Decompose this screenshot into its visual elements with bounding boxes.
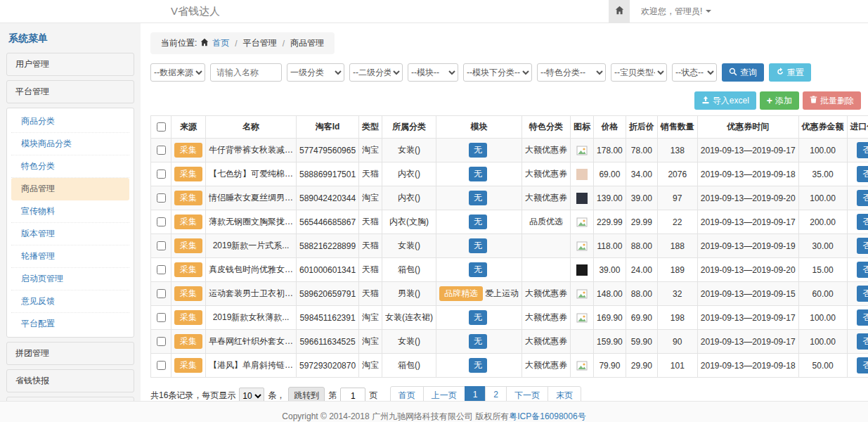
filter-data-source-select[interactable]: --数据来源-- <box>150 63 205 82</box>
row-checkbox[interactable] <box>157 146 166 155</box>
sidebar-submenu-item[interactable]: 商品分类 <box>11 110 129 133</box>
import-select-toggle[interactable]: 否 <box>857 214 868 230</box>
icp-link[interactable]: 粤ICP备16098006号 <box>509 411 585 421</box>
module-badge[interactable]: 无 <box>469 143 487 158</box>
row-checkbox[interactable] <box>157 193 166 203</box>
records-unit: 条， <box>268 390 285 401</box>
feature-category: 大额优惠券 <box>522 330 571 354</box>
import-select-toggle[interactable]: 否 <box>857 286 868 302</box>
row-checkbox[interactable] <box>157 337 166 346</box>
refresh-icon <box>776 68 784 78</box>
table-actions: 导入excel + 添加 批量删除 <box>150 91 861 110</box>
sidebar-submenu-item[interactable]: 商品管理 <box>11 178 129 200</box>
filter-name-input[interactable] <box>210 63 282 82</box>
page-number-input[interactable] <box>340 388 365 402</box>
pager-page-2[interactable]: 2 <box>485 386 507 401</box>
source-badge: 采集 <box>174 167 202 181</box>
main-content: 当前位置: 首页 / 平台管理 / 商品管理 --数据来源-- 一级分类 --二… <box>141 23 868 401</box>
filter-item-type-select[interactable]: --宝贝类型-- <box>611 63 667 82</box>
per-page-select[interactable]: 10 <box>239 388 264 402</box>
module-badge[interactable]: 无 <box>469 215 487 229</box>
taoke-id: 596611634525 <box>297 330 359 354</box>
import-select-toggle[interactable]: 否 <box>857 190 868 206</box>
pager-page-1[interactable]: 1 <box>465 386 486 401</box>
module-badge[interactable]: 无 <box>469 262 487 277</box>
row-checkbox[interactable] <box>157 241 166 250</box>
feature-category <box>522 258 571 282</box>
product-type: 天猫 <box>359 162 382 186</box>
module-badge[interactable]: 无 <box>469 358 487 373</box>
import-select-toggle[interactable]: 否 <box>857 166 868 182</box>
import-select-toggle[interactable]: 否 <box>857 262 868 278</box>
search-button[interactable]: 查询 <box>722 63 764 82</box>
module-badge[interactable]: 无 <box>469 310 487 325</box>
import-select-toggle[interactable]: 否 <box>857 238 868 254</box>
user-menu[interactable]: 欢迎您，管理员! <box>641 6 711 18</box>
sidebar-submenu-item[interactable]: 启动页管理 <box>11 268 129 290</box>
source-badge: 采集 <box>174 191 202 205</box>
sidebar-section[interactable]: 平台管理 <box>6 80 134 103</box>
discount-price: 88.00 <box>626 234 657 258</box>
price: 139.00 <box>594 186 626 210</box>
row-checkbox[interactable] <box>157 313 166 322</box>
sidebar-submenu-item[interactable]: 轮播管理 <box>11 245 129 268</box>
taoke-id: 565446685867 <box>297 210 359 234</box>
coupon-amount: 50.00 <box>798 354 847 378</box>
coupon-time: 2019-09-13—2019-09-18 <box>697 354 798 378</box>
filter-feature-select[interactable]: --特色分类-- <box>537 63 606 82</box>
sidebar-submenu-item[interactable]: 宣传物料 <box>11 200 129 223</box>
filter-module-select[interactable]: --模块-- <box>408 63 458 82</box>
filter-category1-select[interactable]: 一级分类 <box>287 63 344 82</box>
module-badge[interactable]: 品牌精选 <box>439 286 483 301</box>
import-select-toggle[interactable]: 否 <box>857 142 868 158</box>
row-checkbox[interactable] <box>157 289 166 298</box>
module-badge[interactable]: 无 <box>469 167 487 181</box>
home-button[interactable] <box>609 0 630 23</box>
sidebar-submenu-item[interactable]: 意见反馈 <box>11 290 129 313</box>
product-category: 箱包() <box>382 354 436 378</box>
sidebar-submenu-item[interactable]: 版本管理 <box>11 223 129 245</box>
add-button[interactable]: + 添加 <box>760 91 799 110</box>
module-badge[interactable]: 无 <box>469 334 487 349</box>
filter-category2-select[interactable]: --二级分类-- <box>349 63 403 82</box>
price: 69.00 <box>594 162 626 186</box>
sidebar-submenu-item[interactable]: 模块商品分类 <box>11 133 129 155</box>
sidebar-section[interactable]: 用户管理 <box>6 53 134 76</box>
sidebar-submenu-item[interactable]: 平台配置 <box>11 313 129 335</box>
row-checkbox[interactable] <box>157 361 166 370</box>
pager-next[interactable]: 下一页 <box>506 386 548 401</box>
sales-count: 2076 <box>657 162 697 186</box>
sidebar-section[interactable]: 拼团管理 <box>6 342 134 365</box>
filter-module-sub-select[interactable]: --模块下分类-- <box>463 63 532 82</box>
sidebar-section[interactable]: 省钱快报 <box>6 369 134 392</box>
feature-category: 大额优惠券 <box>522 306 571 330</box>
sales-count: 101 <box>657 354 697 378</box>
sidebar-section[interactable]: 消息管理 <box>6 397 134 401</box>
row-checkbox[interactable] <box>157 217 166 226</box>
module-badge[interactable]: 无 <box>469 238 487 253</box>
select-all-checkbox[interactable] <box>157 122 166 132</box>
import-select-toggle[interactable]: 否 <box>857 333 868 350</box>
import-select-toggle[interactable]: 否 <box>857 357 868 373</box>
reset-button[interactable]: 重置 <box>769 63 811 82</box>
filter-status-select[interactable]: --状态-- <box>672 63 717 82</box>
batch-delete-button[interactable]: 批量删除 <box>803 91 861 110</box>
pager-prev[interactable]: 上一页 <box>423 386 465 401</box>
pager-last[interactable]: 末页 <box>548 386 581 401</box>
import-excel-button[interactable]: 导入excel <box>694 91 756 110</box>
breadcrumb-home-link[interactable]: 首页 <box>212 37 229 49</box>
product-name: 情侣睡衣女夏丝绸男士... <box>209 192 293 204</box>
row-checkbox[interactable] <box>157 265 166 274</box>
row-checkbox[interactable] <box>157 170 166 179</box>
pager-first[interactable]: 首页 <box>390 386 424 401</box>
column-header: 淘客Id <box>297 116 359 139</box>
coupon-amount: 100.00 <box>798 306 847 330</box>
import-select-toggle[interactable]: 否 <box>857 309 868 326</box>
module-badge[interactable]: 无 <box>469 191 487 205</box>
product-thumbnail <box>576 360 588 371</box>
column-header: 销售数量 <box>657 116 697 139</box>
product-type: 天猫 <box>359 258 382 282</box>
records-summary: 共16条记录，每页显示 <box>150 390 235 401</box>
jump-button[interactable]: 跳转到 <box>288 387 325 401</box>
sidebar-submenu-item[interactable]: 特色分类 <box>11 155 129 178</box>
